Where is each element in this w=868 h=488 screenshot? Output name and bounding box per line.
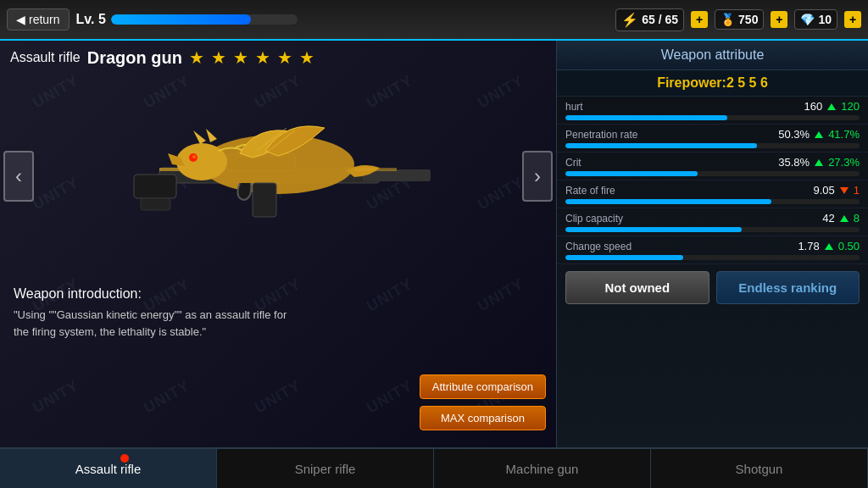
energy-add-button[interactable]: + <box>691 11 708 28</box>
level-text: Lv. 5 <box>76 12 106 27</box>
stat-base-value: 42 <box>822 212 834 225</box>
stat-bar-fill <box>565 255 683 260</box>
stat-values: 42 8 <box>822 212 860 225</box>
stat-bar-fill <box>565 227 742 232</box>
stat-bar <box>565 115 860 120</box>
weapon-name: Dragon gun <box>87 48 182 68</box>
dragon-gun-svg <box>108 107 448 242</box>
weapon-display: ‹ <box>0 75 556 278</box>
stat-bar-fill <box>565 171 698 176</box>
stat-bar <box>565 171 860 176</box>
max-comparison-button[interactable]: MAX comparison <box>420 406 546 430</box>
stat-name: Change speed <box>565 241 632 252</box>
arrow-up-icon <box>825 243 833 250</box>
action-buttons: Attribute comparison MAX comparison <box>420 374 546 430</box>
stat-base-value: 35.8% <box>778 156 810 169</box>
nav-tab-shotgun[interactable]: Shotgun <box>651 449 868 488</box>
energy-group: ⚡ 65 / 65 <box>615 8 684 31</box>
stat-name: hurt <box>565 101 583 113</box>
gold-add-button[interactable]: + <box>771 11 787 28</box>
stat-name: Penetration rate <box>565 129 637 141</box>
svg-point-10 <box>192 155 196 158</box>
gold-value: 750 <box>738 13 758 26</box>
attribute-comparison-button[interactable]: Attribute comparison <box>420 374 546 399</box>
star-6: ★ <box>299 47 314 68</box>
arrow-down-icon <box>840 187 849 194</box>
arrow-up-icon <box>815 131 823 138</box>
svg-rect-13 <box>134 175 176 198</box>
nav-tab-label: Sniper rifle <box>295 462 356 476</box>
next-weapon-button[interactable]: › <box>522 151 553 202</box>
svg-rect-15 <box>253 183 276 217</box>
stat-bar <box>565 255 860 260</box>
stat-values: 160 120 <box>804 100 860 113</box>
level-section: Lv. 5 <box>76 12 609 27</box>
gems-add-button[interactable]: + <box>844 11 861 28</box>
intro-title: Weapon introduction: <box>14 286 542 302</box>
firepower-row: Firepower:2 5 5 6 <box>557 70 868 97</box>
weapon-title-bar: Assault rifle Dragon gun ★ ★ ★ ★ ★ ★ <box>0 41 556 75</box>
not-owned-button[interactable]: Not owned <box>565 271 709 304</box>
notification-dot <box>120 454 129 463</box>
stat-bar-fill <box>565 115 727 120</box>
svg-rect-14 <box>141 198 170 210</box>
stat-name: Rate of fire <box>565 185 615 197</box>
stat-row-hurt: hurt 160 120 <box>557 97 868 125</box>
stat-delta-value: 120 <box>841 100 860 113</box>
star-1: ★ <box>189 47 204 68</box>
stat-bar <box>565 143 860 148</box>
stat-values: 1.78 0.50 <box>798 240 860 252</box>
svg-rect-16 <box>159 168 185 171</box>
stat-bar <box>565 199 860 204</box>
nav-tab-assault[interactable]: Assault rifle <box>0 449 217 488</box>
weapon-image <box>108 107 448 246</box>
stat-base-value: 50.3% <box>778 128 810 141</box>
main-content: UNITY UNITY UNITY UNITY UNITY UNITY UNIT… <box>0 41 868 447</box>
bottom-nav: Assault rifleSniper rifleMachine gunShot… <box>0 447 868 488</box>
return-button[interactable]: ◀ return <box>7 8 70 30</box>
stat-bar-fill <box>565 143 757 148</box>
prev-weapon-button[interactable]: ‹ <box>3 151 34 202</box>
intro-text: "Using ""Gaussian kinetic energy"" as an… <box>14 307 542 340</box>
arrow-up-icon <box>827 103 836 110</box>
nav-tab-label: Shotgun <box>736 462 783 476</box>
stat-values: 9.05 1 <box>813 184 860 197</box>
stat-values: 35.8% 27.3% <box>778 156 860 169</box>
stat-delta-value: 27.3% <box>828 156 860 169</box>
star-3: ★ <box>233 47 248 68</box>
firepower-text: Firepower:2 5 5 6 <box>657 75 768 90</box>
level-bar <box>111 14 298 25</box>
nav-tab-label: Machine gun <box>506 462 579 476</box>
star-2: ★ <box>211 47 226 68</box>
stat-delta-value: 1 <box>854 184 860 197</box>
svg-marker-7 <box>193 130 206 144</box>
stat-name: Crit <box>565 157 581 169</box>
star-4: ★ <box>255 47 270 68</box>
svg-marker-8 <box>206 129 217 142</box>
left-panel: UNITY UNITY UNITY UNITY UNITY UNITY UNIT… <box>0 41 556 447</box>
gold-icon: 🏅 <box>721 13 735 26</box>
gems-icon: 💎 <box>800 13 815 26</box>
right-panel: Weapon attribute Firepower:2 5 5 6 hurt … <box>556 41 868 447</box>
stat-delta-value: 41.7% <box>828 128 860 141</box>
stat-bar-fill <box>565 199 771 204</box>
arrow-up-icon <box>815 159 823 166</box>
stat-base-value: 1.78 <box>798 240 819 252</box>
svg-rect-17 <box>354 168 397 171</box>
level-bar-fill <box>111 14 251 25</box>
gold-group: 🏅 750 <box>715 9 764 30</box>
return-arrow-icon: ◀ <box>16 13 25 26</box>
weapon-category: Assault rifle <box>10 50 81 65</box>
stat-values: 50.3% 41.7% <box>778 128 860 141</box>
stat-delta-value: 8 <box>854 212 860 225</box>
nav-tab-sniper[interactable]: Sniper rifle <box>217 449 434 488</box>
endless-ranking-button[interactable]: Endless ranking <box>716 271 860 304</box>
energy-value: 65 / 65 <box>642 13 678 26</box>
stat-delta-value: 0.50 <box>838 240 860 252</box>
return-label: return <box>29 13 60 26</box>
arrow-up-icon <box>840 215 849 222</box>
stat-bar <box>565 227 860 232</box>
nav-tab-machine[interactable]: Machine gun <box>434 449 651 488</box>
gems-value: 10 <box>818 13 832 26</box>
weapon-intro: Weapon introduction: "Using ""Gaussian k… <box>0 278 556 348</box>
